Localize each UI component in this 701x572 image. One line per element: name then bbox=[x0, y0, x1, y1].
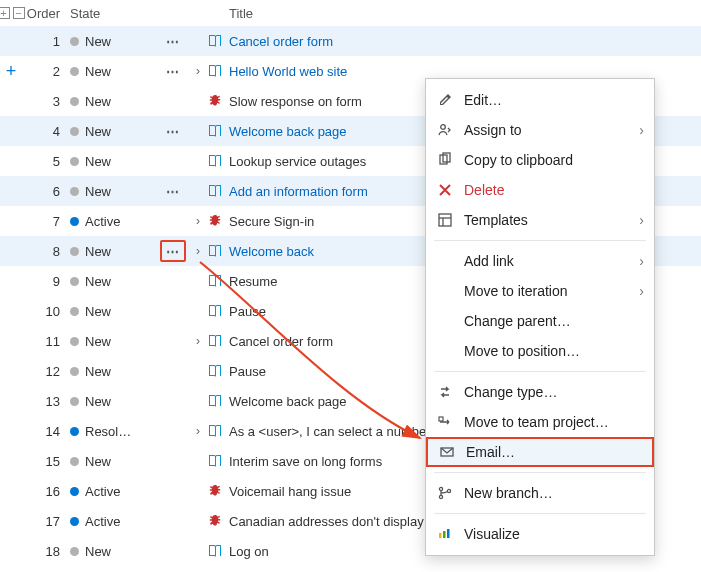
more-actions-button[interactable]: ⋯ bbox=[160, 30, 186, 52]
state-dot-icon bbox=[70, 217, 79, 226]
column-header-order[interactable]: Order bbox=[22, 6, 70, 21]
menu-item[interactable]: Delete bbox=[426, 175, 654, 205]
bug-icon bbox=[205, 93, 225, 109]
email-icon bbox=[438, 444, 456, 460]
menu-item[interactable]: Edit… bbox=[426, 85, 654, 115]
state-cell: New bbox=[70, 364, 155, 379]
more-actions-button[interactable]: ⋯ bbox=[160, 180, 186, 202]
state-cell: New bbox=[70, 94, 155, 109]
bug-icon bbox=[205, 513, 225, 529]
order-cell: 1 bbox=[22, 34, 70, 49]
chevron-right-icon[interactable]: › bbox=[196, 64, 200, 78]
work-item-title[interactable]: Add an information form bbox=[229, 184, 368, 199]
bug-icon bbox=[205, 483, 225, 499]
state-cell: New bbox=[70, 274, 155, 289]
bug-icon bbox=[205, 213, 225, 229]
work-item-title: Interim save on long forms bbox=[229, 454, 382, 469]
chevron-right-icon[interactable]: › bbox=[196, 214, 200, 228]
state-dot-icon bbox=[70, 307, 79, 316]
viz-icon bbox=[436, 526, 454, 542]
state-cell: Active bbox=[70, 514, 155, 529]
menu-item[interactable]: Visualize bbox=[426, 519, 654, 549]
state-dot-icon bbox=[70, 37, 79, 46]
order-cell: 5 bbox=[22, 154, 70, 169]
menu-item[interactable]: Change type… bbox=[426, 377, 654, 407]
assign-icon bbox=[436, 122, 454, 138]
book-icon bbox=[205, 123, 225, 139]
state-dot-icon bbox=[70, 157, 79, 166]
branch-icon bbox=[436, 485, 454, 501]
book-icon bbox=[205, 303, 225, 319]
menu-item[interactable]: Assign to› bbox=[426, 115, 654, 145]
book-icon bbox=[205, 393, 225, 409]
state-cell: New bbox=[70, 244, 155, 259]
menu-item[interactable]: Change parent… bbox=[426, 306, 654, 336]
column-header-title[interactable]: Title bbox=[225, 6, 701, 21]
svg-rect-6 bbox=[439, 417, 443, 421]
menu-item[interactable]: Add link› bbox=[426, 246, 654, 276]
column-header-state[interactable]: State bbox=[70, 6, 155, 21]
book-icon bbox=[205, 153, 225, 169]
move-icon bbox=[436, 414, 454, 430]
chevron-right-icon[interactable]: › bbox=[196, 424, 200, 438]
book-icon bbox=[205, 423, 225, 439]
add-icon[interactable]: + bbox=[2, 62, 20, 80]
state-dot-icon bbox=[70, 457, 79, 466]
menu-separator bbox=[434, 513, 646, 514]
book-icon bbox=[205, 453, 225, 469]
state-dot-icon bbox=[70, 367, 79, 376]
work-item-title[interactable]: Cancel order form bbox=[229, 34, 333, 49]
order-cell: 14 bbox=[22, 424, 70, 439]
menu-item[interactable]: Templates› bbox=[426, 205, 654, 235]
chevron-right-icon[interactable]: › bbox=[196, 334, 200, 348]
menu-separator bbox=[434, 240, 646, 241]
more-actions-button[interactable]: ⋯ bbox=[160, 240, 186, 262]
work-item-title: Pause bbox=[229, 304, 266, 319]
menu-separator bbox=[434, 472, 646, 473]
template-icon bbox=[436, 212, 454, 228]
state-cell: New bbox=[70, 304, 155, 319]
menu-item[interactable]: Move to position… bbox=[426, 336, 654, 366]
menu-item[interactable]: Copy to clipboard bbox=[426, 145, 654, 175]
work-item-row[interactable]: 1New⋯Cancel order form bbox=[0, 26, 701, 56]
chevron-right-icon: › bbox=[639, 212, 644, 228]
work-item-title: Slow response on form bbox=[229, 94, 362, 109]
svg-rect-12 bbox=[443, 531, 446, 538]
work-item-title: Cancel order form bbox=[229, 334, 333, 349]
work-item-title[interactable]: Welcome back bbox=[229, 244, 314, 259]
work-item-title[interactable]: Hello World web site bbox=[229, 64, 347, 79]
work-item-title[interactable]: Welcome back page bbox=[229, 124, 347, 139]
book-icon bbox=[205, 363, 225, 379]
order-cell: 18 bbox=[22, 544, 70, 559]
svg-rect-11 bbox=[439, 533, 442, 538]
order-cell: 17 bbox=[22, 514, 70, 529]
order-cell: 4 bbox=[22, 124, 70, 139]
state-dot-icon bbox=[70, 277, 79, 286]
menu-item[interactable]: Email… bbox=[426, 437, 654, 467]
state-cell: New bbox=[70, 154, 155, 169]
menu-item[interactable]: Move to team project… bbox=[426, 407, 654, 437]
book-icon bbox=[205, 33, 225, 49]
more-actions-button[interactable]: ⋯ bbox=[160, 120, 186, 142]
book-icon bbox=[205, 183, 225, 199]
work-item-title: Secure Sign-in bbox=[229, 214, 314, 229]
expand-collapse-all[interactable]: +− bbox=[0, 7, 25, 19]
menu-item[interactable]: New branch… bbox=[426, 478, 654, 508]
state-cell: New bbox=[70, 34, 155, 49]
menu-separator bbox=[434, 371, 646, 372]
menu-item[interactable]: Move to iteration› bbox=[426, 276, 654, 306]
state-cell: New bbox=[70, 334, 155, 349]
state-cell: New bbox=[70, 64, 155, 79]
more-actions-button[interactable]: ⋯ bbox=[160, 60, 186, 82]
chevron-right-icon[interactable]: › bbox=[196, 244, 200, 258]
order-cell: 3 bbox=[22, 94, 70, 109]
state-dot-icon bbox=[70, 97, 79, 106]
state-cell: New bbox=[70, 124, 155, 139]
state-dot-icon bbox=[70, 337, 79, 346]
order-cell: 12 bbox=[22, 364, 70, 379]
work-item-title: As a <user>, I can select a numbe bbox=[229, 424, 426, 439]
state-dot-icon bbox=[70, 517, 79, 526]
context-menu: Edit…Assign to›Copy to clipboardDeleteTe… bbox=[425, 78, 655, 556]
order-cell: 2 bbox=[22, 64, 70, 79]
order-cell: 16 bbox=[22, 484, 70, 499]
